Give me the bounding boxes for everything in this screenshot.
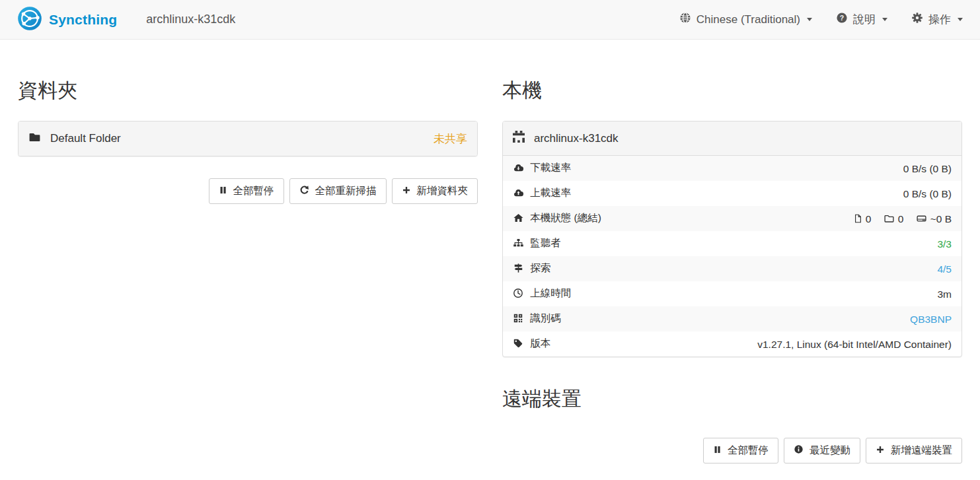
table-row: 上線時間 3m	[503, 281, 961, 306]
state-folders: 0	[884, 213, 904, 225]
state-files-count: 0	[866, 213, 872, 225]
page-title: archlinux-k31cdk	[146, 13, 235, 26]
hdd-icon	[916, 213, 927, 225]
local-device-panel-header[interactable]: archlinux-k31cdk	[503, 121, 961, 155]
folder-name: Default Folder	[50, 132, 121, 145]
pause-all-folders-button[interactable]: 全部暫停	[209, 178, 284, 204]
row-label: 識別碼	[530, 312, 561, 324]
table-row: 探索 4/5	[503, 256, 961, 281]
table-row: 版本 v1.27.1, Linux (64-bit Intel/AMD Cont…	[503, 331, 961, 357]
row-label: 下載速率	[530, 162, 571, 173]
pause-icon	[219, 186, 227, 197]
help-menu[interactable]: ? 說明	[836, 12, 887, 27]
table-row: 監聽者 3/3	[503, 231, 961, 256]
brand: Syncthing	[17, 6, 117, 34]
folders-column: 資料夾 Default Folder 未共享 全部暫停	[18, 40, 478, 463]
device-column: 本機 archlinux-k31cdk	[502, 40, 962, 463]
chevron-down-icon	[882, 18, 887, 21]
clock-icon	[513, 288, 527, 301]
local-state-value: 0 0	[657, 206, 961, 231]
row-label: 本機狀態 (總結)	[530, 212, 601, 223]
sitemap-icon	[513, 238, 527, 251]
local-device-heading: 本機	[502, 77, 962, 104]
plus-icon	[402, 186, 411, 197]
globe-icon	[679, 12, 691, 27]
local-device-panel: archlinux-k31cdk 下載速率 0 B/s (0 B)	[502, 121, 962, 357]
add-remote-device-button[interactable]: 新增遠端裝置	[866, 438, 962, 463]
state-files: 0	[853, 213, 872, 225]
home-icon	[513, 213, 527, 226]
main-content: 資料夾 Default Folder 未共享 全部暫停	[0, 40, 980, 463]
actions-menu-label: 操作	[928, 12, 951, 27]
navbar: Syncthing archlinux-k31cdk Chinese (Trad…	[0, 0, 980, 40]
info-icon	[794, 444, 804, 457]
plus-icon	[876, 445, 885, 457]
folder-actions: 全部暫停 全部重新掃描 新增資料夾	[18, 178, 478, 204]
chevron-down-icon	[958, 18, 963, 21]
brand-name: Syncthing	[49, 12, 117, 28]
recent-changes-button[interactable]: 最近變動	[784, 438, 860, 463]
table-row: 下載速率 0 B/s (0 B)	[503, 156, 961, 182]
rescan-all-button[interactable]: 全部重新掃描	[289, 178, 387, 204]
qrcode-icon	[513, 313, 527, 326]
folder-outline-icon	[884, 213, 895, 225]
state-size-value: ~0 B	[930, 213, 952, 225]
help-icon: ?	[836, 12, 848, 27]
folder-panel-header[interactable]: Default Folder 未共享	[19, 121, 477, 156]
file-icon	[853, 213, 862, 225]
row-label: 版本	[530, 337, 550, 349]
table-row: 上載速率 0 B/s (0 B)	[503, 181, 961, 206]
remote-devices-heading: 遠端裝置	[502, 385, 962, 413]
cloud-upload-icon	[513, 188, 527, 201]
upload-rate-value: 0 B/s (0 B)	[657, 181, 961, 206]
folder-panel: Default Folder 未共享	[18, 121, 478, 156]
device-id-link[interactable]: QB3BNP	[910, 314, 952, 325]
version-value: v1.27.1, Linux (64-bit Intel/AMD Contain…	[657, 331, 961, 357]
map-signs-icon	[513, 263, 527, 276]
chevron-down-icon	[807, 18, 812, 21]
folders-heading: 資料夾	[18, 77, 478, 104]
uptime-value: 3m	[657, 281, 961, 306]
button-label: 新增遠端裝置	[891, 444, 952, 458]
help-menu-label: 說明	[853, 12, 876, 27]
folder-status-badge: 未共享	[433, 131, 467, 147]
remote-device-actions: 全部暫停 最近變動 新增遠端裝置	[502, 438, 962, 463]
local-device-name: archlinux-k31cdk	[534, 132, 619, 145]
pause-icon	[713, 445, 722, 457]
cloud-download-icon	[513, 163, 527, 176]
button-label: 全部暫停	[233, 184, 274, 198]
state-size: ~0 B	[916, 213, 952, 225]
actions-menu[interactable]: 操作	[911, 12, 963, 27]
gear-icon	[911, 12, 923, 27]
refresh-icon	[299, 185, 309, 197]
row-label: 上載速率	[530, 187, 571, 198]
table-row: 識別碼 QB3BNP	[503, 306, 961, 331]
language-menu-label: Chinese (Traditional)	[697, 13, 800, 26]
navbar-menus: Chinese (Traditional) ? 說明	[679, 12, 963, 27]
download-rate-value: 0 B/s (0 B)	[657, 156, 961, 182]
button-label: 全部重新掃描	[315, 184, 377, 198]
device-identicon	[513, 131, 525, 146]
pause-all-devices-button[interactable]: 全部暫停	[703, 438, 778, 463]
table-row: 本機狀態 (總結) 0	[503, 206, 961, 231]
listeners-value: 3/3	[657, 231, 961, 256]
syncthing-logo-icon	[17, 6, 42, 34]
folder-icon	[28, 131, 41, 147]
button-label: 全部暫停	[728, 444, 769, 458]
svg-text:?: ?	[840, 14, 844, 22]
button-label: 最近變動	[810, 444, 850, 458]
row-label: 探索	[530, 262, 550, 273]
add-folder-button[interactable]: 新增資料夾	[392, 178, 478, 204]
button-label: 新增資料夾	[417, 184, 469, 198]
language-menu[interactable]: Chinese (Traditional)	[679, 12, 812, 27]
tag-icon	[513, 338, 527, 351]
state-folders-count: 0	[898, 213, 904, 225]
row-label: 上線時間	[530, 287, 571, 298]
row-label: 監聽者	[530, 237, 561, 248]
local-device-table: 下載速率 0 B/s (0 B) 上載速率 0 B/s (0 B)	[503, 155, 961, 357]
discovery-value: 4/5	[657, 256, 961, 281]
